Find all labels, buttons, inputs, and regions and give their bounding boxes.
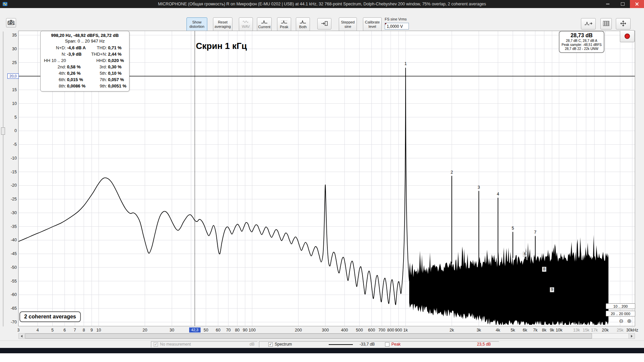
fs-sine-input[interactable]: 1,0000 V — [385, 23, 409, 29]
peak-label: Peak — [391, 341, 400, 348]
level-detail-2: Peak sample: -48,51 dBFS — [559, 43, 604, 47]
x-tick-label: 800 — [387, 328, 394, 333]
info-value: 0,020 % — [108, 57, 130, 64]
reset-averaging-button[interactable]: Reset averaging — [213, 17, 232, 32]
zoom-in-x-button[interactable]: ⊕ — [626, 318, 633, 324]
range-10-200-button[interactable]: 10 .. 200 — [606, 303, 635, 309]
axis-caption: SPL — [7, 21, 15, 25]
level-detail-1: 28,7 dB C, 28,7 dB A — [559, 39, 604, 43]
y-tick-label: 30 — [12, 47, 17, 51]
info-row: N:-3,9 dBTHD+N:2,44 % — [42, 51, 130, 57]
pan-zoom-button[interactable] — [616, 18, 631, 29]
harmonic-label-box — [523, 252, 527, 256]
status-bar: ✓ No measurement dB ✓ Spectrum -33,7 dB … — [0, 341, 644, 348]
status-panel-right — [259, 341, 499, 348]
harmonic-label: 8 — [543, 267, 545, 272]
x-tick-label: 300 — [322, 328, 329, 333]
x-tick-label: 70 — [226, 328, 231, 333]
current-button[interactable]: Current — [257, 17, 272, 32]
record-button[interactable] — [620, 30, 635, 42]
cursor-frequency-tag[interactable]: 42,3 — [189, 327, 201, 333]
marker-level-box[interactable]: 20,0 — [7, 73, 19, 79]
show-distortion-button[interactable]: Show distortion — [186, 17, 207, 32]
distortion-table: N+D:-4,6 dB ATHD:0,71 %N:-3,9 dBTHD+N:2,… — [42, 45, 130, 89]
range-20-20000-button[interactable]: 20 .. 20 000 — [606, 311, 635, 316]
cursor-readout: 998,20 Hz, -48,92 dBFS, 28,72 dB — [42, 33, 128, 38]
calibrate-level-button[interactable]: Calibrate level — [363, 17, 382, 32]
harmonic-label: 9 — [551, 287, 553, 292]
bottom-bar — [0, 348, 644, 353]
close-button[interactable] — [630, 0, 644, 8]
x-tick-label: 10 — [96, 328, 101, 333]
peak-checkbox[interactable] — [385, 342, 389, 347]
y-tick-label: -65 — [11, 306, 17, 311]
peak-button[interactable]: Peak — [277, 17, 291, 32]
horizontal-scrollbar[interactable] — [18, 333, 635, 339]
axis-mode-select[interactable]: SPL — [18, 45, 39, 51]
wav-button[interactable]: WAV — [239, 17, 253, 32]
right-arrow-icon — [631, 335, 633, 338]
y-tick-label: -55 — [11, 279, 17, 284]
x-tick-label: 30 — [170, 328, 174, 333]
span-readout: Span: 0 .. 20 947 Hz — [42, 39, 128, 44]
plot-title: Скрин 1 кГц — [196, 41, 247, 51]
y-offset-slider-thumb[interactable] — [1, 127, 5, 135]
stepped-sine-button[interactable]: Stepped sine — [339, 17, 357, 32]
app-window: MICROPHONE (Общая громкость) R on Микроф… — [0, 0, 644, 362]
zoom-out-x-button[interactable]: ⊖ — [618, 318, 625, 324]
measurement-info-box: 998,20 Hz, -48,92 dBFS, 28,72 dB Span: 0… — [40, 31, 129, 92]
y-offset-slider-track[interactable] — [3, 32, 4, 326]
x-tick-label: 7k — [533, 328, 538, 333]
x-tick-label: 30kHz — [626, 328, 638, 333]
transfer-button[interactable] — [317, 18, 331, 29]
y-tick-label: 0 — [14, 128, 17, 133]
harmonic-label: 3 — [478, 185, 480, 190]
current-label: Current — [258, 25, 271, 29]
zoom-in-y-button[interactable]: ⊕ — [20, 29, 26, 36]
spectrum-curve — [18, 68, 409, 305]
x-tick-label: 2k — [449, 328, 454, 333]
dropdown-arrow — [33, 45, 39, 51]
x-tick-label: 200 — [295, 328, 302, 333]
x-tick-label: 5 — [51, 328, 54, 333]
info-value: -3,9 dB — [67, 51, 89, 57]
both-label: Both — [299, 25, 307, 29]
info-label: 6th: — [42, 76, 67, 83]
y-tick-label: -70 — [11, 320, 17, 324]
info-label: 5th: — [89, 70, 108, 76]
current-curve-icon — [261, 20, 268, 25]
peak-curve-icon — [281, 20, 287, 25]
info-value: 0,30 % — [108, 64, 130, 70]
cursor-readout-button[interactable] — [581, 18, 596, 29]
info-label: THD: — [89, 45, 108, 51]
record-icon — [625, 34, 630, 39]
no-measurement-checkbox[interactable]: ✓ — [154, 342, 158, 347]
averages-label: 2 coherent averages — [19, 311, 81, 322]
scroll-left-button[interactable] — [19, 334, 25, 339]
axis-mode-value: SPL — [20, 46, 28, 51]
info-value: 0,015 % — [67, 76, 89, 83]
y-tick-label: -30 — [11, 210, 17, 215]
y-tick-label: -60 — [11, 292, 17, 297]
fs-sine-value: 1,0000 V — [387, 24, 403, 29]
grid-columns-button[interactable] — [600, 18, 612, 29]
info-label: 7th: — [89, 76, 108, 83]
maximize-button[interactable] — [615, 0, 630, 8]
x-tick-label: 15k — [583, 328, 590, 333]
info-label: 2nd: — [42, 64, 67, 70]
both-button[interactable]: Both — [296, 17, 310, 32]
zoom-out-y-button[interactable]: ⊖ — [20, 37, 26, 43]
x-tick-label: 4k — [496, 328, 500, 333]
info-row: 8th:0,0086 %9th:0,0051 % — [42, 83, 130, 89]
y-tick-label: -50 — [11, 265, 17, 270]
scroll-right-button[interactable] — [629, 334, 635, 339]
harmonic-label: 6 — [524, 252, 526, 256]
info-label: N+D: — [42, 45, 67, 51]
y-tick-label: -25 — [11, 197, 17, 201]
spectrum-label: Spectrum — [275, 341, 292, 348]
scrollbar-thumb[interactable] — [25, 334, 592, 339]
info-label: 8th: — [42, 83, 67, 89]
x-tick-label: 700 — [378, 328, 385, 333]
minimize-button[interactable] — [600, 0, 615, 8]
spectrum-checkbox[interactable]: ✓ — [268, 342, 273, 347]
